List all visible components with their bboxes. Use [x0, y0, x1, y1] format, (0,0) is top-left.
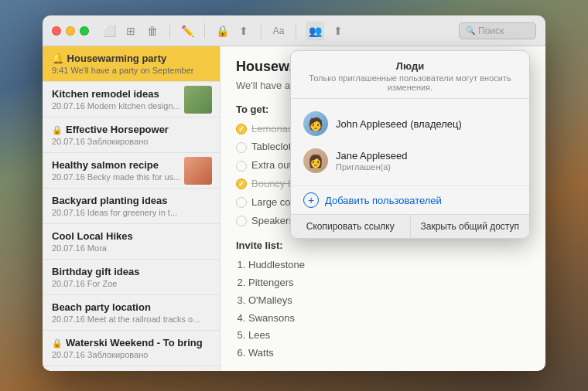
note-title: 🔔 Housewarming party: [52, 53, 210, 64]
checkbox-1[interactable]: [236, 124, 247, 134]
note-meta: 20.07.16 Meet at the railroad tracks o..…: [52, 314, 210, 324]
section-invite: Invite list:: [236, 238, 530, 254]
note-meta: 20.07.16 Mora: [52, 243, 210, 253]
avatar-john: 🧑: [303, 111, 328, 136]
invite-item-4: Swansons: [248, 311, 530, 327]
separator-2: [204, 23, 205, 39]
people-list: 🧑 John Appleseed (владелец) 👩 Jane Apple…: [291, 99, 529, 185]
search-field[interactable]: 🔍 Поиск: [459, 22, 536, 39]
people-icon[interactable]: 👥: [306, 22, 324, 40]
search-placeholder: Поиск: [478, 26, 504, 36]
share2-icon[interactable]: ⬆: [330, 23, 346, 39]
titlebar: ⬜ ⊞ 🗑 ✏️ 🔒 ⬆ Aa 👥 ⬆ 🔍 Поиск: [43, 15, 545, 46]
person-item-jane: 👩 Jane Appleseed Приглашен(а): [291, 142, 529, 179]
note-item-horsepower[interactable]: 🔒Effective Horsepower 20.07.16 Заблокиро…: [43, 117, 220, 153]
person-info-john: John Appleseed (владелец): [336, 118, 462, 130]
checkbox-6[interactable]: [236, 216, 247, 226]
note-title: Backyard planting ideas: [52, 195, 210, 206]
note-meta: 9:41 We'll have a party on September: [52, 66, 210, 75]
copy-link-button[interactable]: Скопировать ссылку: [291, 215, 411, 238]
checkbox-2[interactable]: [236, 142, 247, 153]
minimize-button[interactable]: [66, 26, 75, 36]
invite-item-1: Huddlestone: [248, 257, 530, 274]
note-meta: 20.07.16 Заблокировано: [52, 350, 210, 359]
invite-item-5: Lees: [248, 328, 530, 344]
separator-3: [261, 23, 262, 39]
traffic-lights: [52, 26, 89, 36]
note-title: Birthday gift ideas: [52, 266, 210, 277]
note-title: Beach party location: [52, 301, 210, 313]
add-user-label: Добавить пользователей: [325, 195, 442, 206]
note-item-hikes[interactable]: Cool Local Hikes 20.07.16 Mora: [43, 224, 220, 260]
note-meta: 20.07.16 For Zoe: [52, 279, 210, 288]
add-user-icon: +: [303, 192, 319, 208]
close-button[interactable]: [52, 26, 61, 36]
note-thumbnail: [184, 86, 212, 114]
popup-subtitle: Только приглашенные пользователи могут в…: [303, 73, 517, 92]
sidebar-toggle-icon[interactable]: ⬜: [101, 23, 117, 39]
person-name-john: John Appleseed (владелец): [336, 118, 462, 130]
people-popup[interactable]: Люди Только приглашенные пользователи мо…: [290, 50, 530, 239]
invite-item-3: O'Malleys: [248, 293, 530, 309]
notes-sidebar: 🔔 Housewarming party 9:41 We'll have a p…: [43, 46, 220, 371]
compose-icon[interactable]: ✏️: [179, 23, 195, 39]
note-item-birthday[interactable]: Birthday gift ideas 20.07.16 For Zoe: [43, 260, 220, 295]
note-item-backyard[interactable]: Backyard planting ideas 20.07.16 Ideas f…: [43, 189, 220, 224]
checkbox-4[interactable]: [236, 178, 247, 189]
invite-item-2: Pittengers: [248, 275, 530, 291]
note-item-housewarming[interactable]: 🔔 Housewarming party 9:41 We'll have a p…: [43, 46, 220, 82]
separator-4: [296, 23, 296, 39]
checkbox-3[interactable]: [236, 161, 247, 172]
popup-actions: Скопировать ссылку Закрыть общий доступ: [291, 214, 529, 238]
note-meta: 20.07.16 Ideas for greenery in t...: [52, 208, 210, 217]
popup-title: Люди: [303, 60, 517, 72]
note-item-salmon[interactable]: Healthy salmon recipe 20.07.16 Becky mad…: [43, 153, 220, 189]
search-icon: 🔍: [466, 26, 475, 35]
maximize-button[interactable]: [80, 26, 89, 36]
lock-icon[interactable]: 🔒: [214, 23, 230, 39]
trash-icon[interactable]: 🗑: [145, 23, 160, 39]
person-item-john: 🧑 John Appleseed (владелец): [291, 105, 529, 142]
note-meta: 20.07.16 Заблокировано: [52, 137, 210, 146]
note-title: Cool Local Hikes: [52, 230, 210, 242]
note-item-waterski[interactable]: 🔒Waterski Weekend - To bring 20.07.16 За…: [43, 331, 220, 366]
separator-1: [169, 23, 170, 39]
note-thumbnail: [184, 157, 212, 185]
add-user-row[interactable]: + Добавить пользователей: [291, 185, 529, 214]
person-name-jane: Jane Appleseed: [336, 150, 408, 162]
note-item-kitchen[interactable]: Kitchen remodel ideas 20.07.16 Modern ki…: [43, 82, 220, 117]
close-sharing-button[interactable]: Закрыть общий доступ: [411, 215, 530, 238]
avatar-jane: 👩: [303, 148, 328, 173]
grid-icon[interactable]: ⊞: [123, 23, 138, 39]
person-info-jane: Jane Appleseed Приглашен(а): [336, 150, 408, 172]
popup-header: Люди Только приглашенные пользователи мо…: [291, 51, 529, 99]
note-item-beach[interactable]: Beach party location 20.07.16 Meet at th…: [43, 295, 220, 331]
note-title: 🔒Waterski Weekend - To bring: [52, 337, 210, 348]
checkbox-5[interactable]: [236, 197, 247, 208]
invite-item-6: Watts: [248, 345, 530, 362]
share-icon[interactable]: ⬆: [236, 23, 251, 39]
note-title: 🔒Effective Horsepower: [52, 124, 210, 135]
person-role-jane: Приглашен(а): [336, 162, 408, 172]
invite-list: Huddlestone Pittengers O'Malleys Swanson…: [248, 257, 530, 362]
font-icon[interactable]: Aa: [271, 23, 286, 39]
